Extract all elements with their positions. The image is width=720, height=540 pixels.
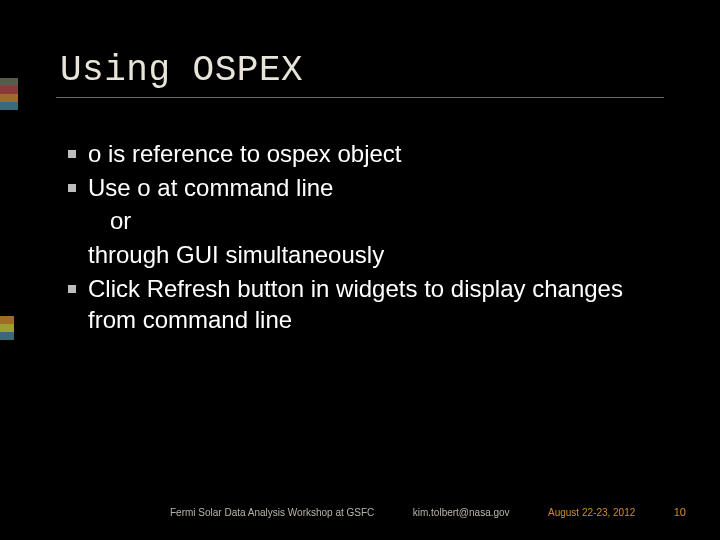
list-item-text: Use o at command line [88, 174, 333, 201]
list-item: Use o at command line [88, 172, 660, 204]
list-item-text: Click Refresh button in widgets to displ… [88, 275, 623, 334]
list-item-text: through GUI simultaneously [88, 241, 384, 268]
accent-block [0, 78, 18, 86]
slide-title: Using OSPEX [60, 50, 660, 91]
accent-block [0, 102, 18, 110]
bullet-list: o is reference to ospex object Use o at … [60, 138, 660, 336]
title-underline [56, 97, 664, 98]
accent-block [0, 316, 14, 324]
list-item: o is reference to ospex object [88, 138, 660, 170]
slide: Using OSPEX o is reference to ospex obje… [0, 0, 720, 540]
footer-venue: Fermi Solar Data Analysis Workshop at GS… [170, 507, 374, 518]
accent-stripe-top [0, 78, 18, 110]
list-item: through GUI simultaneously [88, 239, 660, 271]
accent-block [0, 324, 14, 332]
page-number: 10 [674, 506, 686, 518]
accent-block [0, 86, 18, 94]
list-item-text: o is reference to ospex object [88, 140, 402, 167]
list-item: Click Refresh button in widgets to displ… [88, 273, 660, 336]
accent-block [0, 332, 14, 340]
accent-block [0, 94, 18, 102]
list-item: or [88, 205, 660, 237]
accent-stripe-mid [0, 316, 14, 340]
footer: Fermi Solar Data Analysis Workshop at GS… [0, 506, 720, 518]
footer-email: kim.tolbert@nasa.gov [413, 507, 510, 518]
footer-date: August 22-23, 2012 [548, 507, 635, 518]
list-item-text: or [110, 207, 131, 234]
